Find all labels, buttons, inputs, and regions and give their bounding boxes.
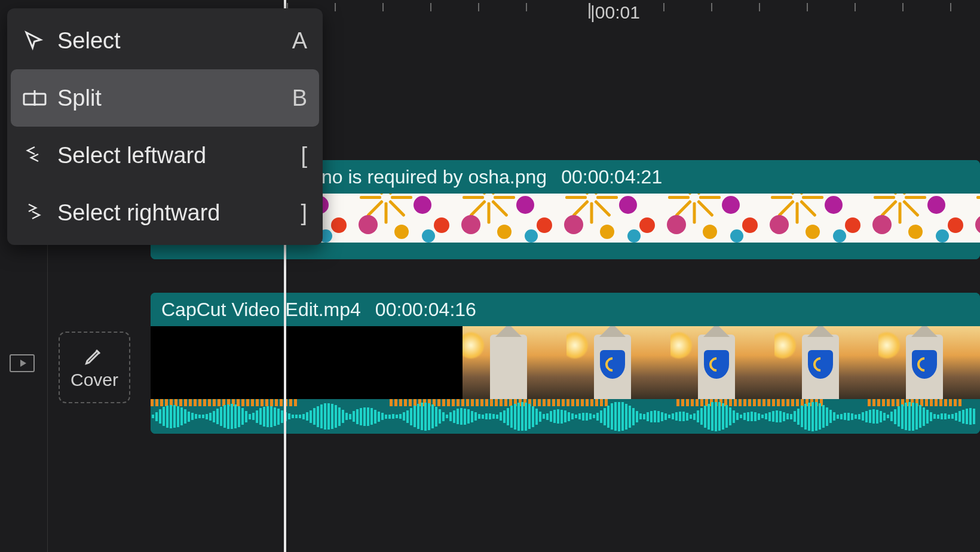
menu-item-label: Select leftward <box>57 143 301 168</box>
cover-label: Cover <box>71 370 118 390</box>
cursor-icon <box>23 30 44 51</box>
menu-item-select[interactable]: Select A <box>11 12 319 69</box>
clip-duration: 00:00:04:16 <box>375 299 476 321</box>
clip-header: CapCut Video Edit.mp4 00:00:04:16 <box>151 293 980 326</box>
ruler-tick <box>759 3 760 11</box>
ruler-tick <box>478 3 479 11</box>
cover-button[interactable]: Cover <box>59 332 130 403</box>
menu-item-shortcut: B <box>292 85 307 111</box>
menu-item-label: Select <box>57 28 292 54</box>
menu-item-select-rightward[interactable]: Select rightward ] <box>11 184 319 241</box>
ruler-tick <box>950 3 951 11</box>
menu-item-shortcut: ] <box>301 200 307 226</box>
ruler-tick <box>526 3 527 11</box>
ruler-tick <box>382 3 384 11</box>
clip-thumbnails <box>151 326 980 399</box>
split-icon <box>23 89 47 107</box>
select-rightward-icon <box>23 201 44 225</box>
ruler-tick <box>807 3 808 11</box>
select-leftward-icon <box>23 143 44 167</box>
menu-item-label: Split <box>57 85 292 111</box>
ruler-tick <box>711 3 712 11</box>
clip-footer <box>151 243 980 259</box>
ruler-tick <box>855 3 856 11</box>
clip-duration: 00:00:04:21 <box>561 166 662 188</box>
tool-context-menu: Select A Split B Select leftward [ <box>7 8 323 245</box>
menu-item-split[interactable]: Split B <box>11 69 319 127</box>
preview-toggle-icon[interactable] <box>10 354 35 372</box>
video-clip[interactable]: CapCut Video Edit.mp4 00:00:04:16 <box>151 293 980 434</box>
ruler-tick <box>663 3 664 11</box>
ruler-tick <box>902 3 904 11</box>
clip-filename: CapCut Video Edit.mp4 <box>161 299 361 321</box>
clip-audio-waveform <box>151 399 980 434</box>
ruler-tick <box>335 3 336 11</box>
menu-item-shortcut: [ <box>301 143 307 168</box>
menu-item-shortcut: A <box>292 28 307 54</box>
ruler-time-label: |00:01 <box>590 2 640 23</box>
ruler-tick <box>430 3 431 11</box>
pencil-icon <box>84 345 105 366</box>
menu-item-select-leftward[interactable]: Select leftward [ <box>11 127 319 184</box>
menu-item-label: Select rightward <box>57 200 301 226</box>
